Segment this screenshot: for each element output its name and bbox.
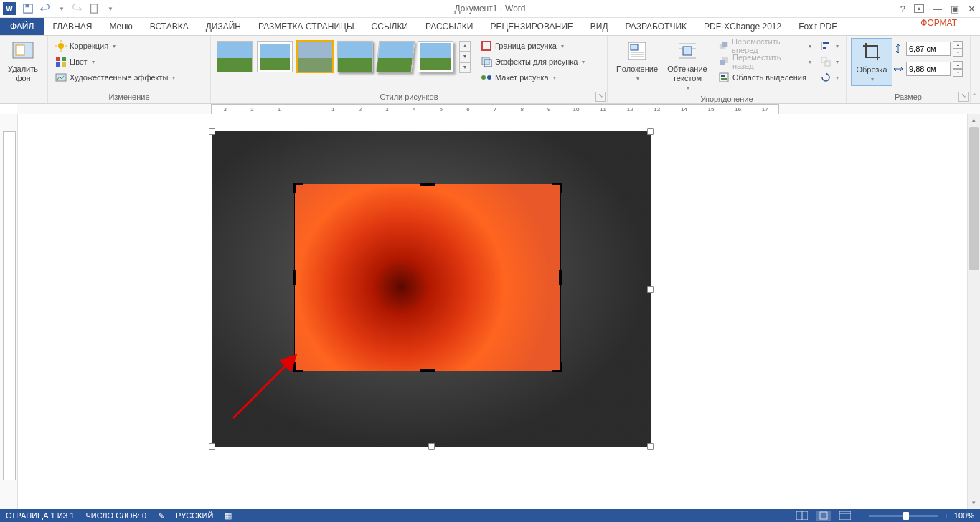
crop-button[interactable]: Обрезка▾ xyxy=(851,38,892,86)
selection-pane-button[interactable]: Область выделения xyxy=(715,70,814,85)
svg-rect-18 xyxy=(482,42,491,50)
crop-selection[interactable] xyxy=(295,184,560,371)
resize-handle[interactable] xyxy=(647,286,654,293)
scroll-down-icon[interactable]: ▾ xyxy=(968,497,980,509)
gallery-scroll-down-icon[interactable]: ▾ xyxy=(459,52,471,62)
status-macro-icon[interactable]: ▦ xyxy=(225,511,232,521)
position-button[interactable]: Положение▾ xyxy=(612,38,662,85)
view-read-mode-icon[interactable] xyxy=(794,511,810,521)
view-print-layout-icon[interactable] xyxy=(816,511,831,521)
height-up-icon[interactable]: ▴ xyxy=(953,41,963,49)
document-area[interactable] xyxy=(18,114,980,509)
corrections-button[interactable]: Коррекция▾ xyxy=(52,38,118,54)
picture-style-5[interactable] xyxy=(376,41,415,72)
tab-layout[interactable]: РАЗМЕТКА СТРАНИЦЫ xyxy=(250,18,363,35)
width-up-icon[interactable]: ▴ xyxy=(953,61,963,69)
maximize-icon[interactable]: ▣ xyxy=(951,4,959,14)
picture-border-button[interactable]: Граница рисунка▾ xyxy=(478,38,588,54)
crop-handle-r[interactable] xyxy=(559,270,562,285)
close-icon[interactable]: ✕ xyxy=(968,4,976,14)
remove-background-button[interactable]: Удалить фон xyxy=(4,38,42,85)
svg-point-21 xyxy=(481,75,486,80)
undo-dropdown-icon[interactable]: ▼ xyxy=(59,6,65,12)
tab-foxit[interactable]: Foxit PDF xyxy=(790,18,845,35)
picture-style-4[interactable] xyxy=(337,41,373,72)
picture-layout-button[interactable]: Макет рисунка▾ xyxy=(478,70,588,85)
new-doc-icon[interactable] xyxy=(89,4,99,14)
resize-handle[interactable] xyxy=(428,443,435,450)
artistic-effects-button[interactable]: Художественные эффекты▾ xyxy=(52,70,178,85)
tab-insert[interactable]: ВСТАВКА xyxy=(141,18,197,35)
height-input[interactable] xyxy=(906,42,951,56)
rotate-icon xyxy=(820,72,831,83)
zoom-out-icon[interactable]: − xyxy=(859,511,863,520)
workspace: ▴ ▾ xyxy=(0,114,980,509)
resize-handle[interactable] xyxy=(647,443,654,450)
wrap-text-button[interactable]: Обтекание текстом▾ xyxy=(662,38,712,94)
vertical-scrollbar[interactable]: ▴ ▾ xyxy=(967,114,980,509)
redo-icon[interactable] xyxy=(72,4,82,14)
scrollbar-thumb[interactable] xyxy=(969,127,979,270)
undo-icon[interactable] xyxy=(40,4,50,14)
picture-style-6[interactable] xyxy=(418,41,453,72)
tab-view[interactable]: ВИД xyxy=(582,18,617,35)
resize-handle[interactable] xyxy=(209,443,215,450)
bring-forward-button: Переместить вперед▾ xyxy=(715,38,814,54)
status-page[interactable]: СТРАНИЦА 1 ИЗ 1 xyxy=(6,511,75,520)
height-down-icon[interactable]: ▾ xyxy=(953,49,963,57)
color-button[interactable]: Цвет▾ xyxy=(52,54,98,70)
help-icon[interactable]: ? xyxy=(900,4,905,14)
picture-effects-button[interactable]: Эффекты для рисунка▾ xyxy=(478,54,588,70)
resize-handle[interactable] xyxy=(209,128,215,135)
picture-full[interactable] xyxy=(212,131,651,447)
crop-handle-t[interactable] xyxy=(420,183,435,186)
tab-format[interactable]: ФОРМАТ xyxy=(912,18,966,28)
zoom-level[interactable]: 100% xyxy=(954,511,974,520)
minimize-icon[interactable]: — xyxy=(933,4,942,14)
resize-handle[interactable] xyxy=(647,128,654,135)
view-web-layout-icon[interactable] xyxy=(837,511,853,521)
width-input[interactable] xyxy=(906,62,951,76)
word-app-icon: W xyxy=(3,2,16,15)
tab-mailings[interactable]: РАССЫЛКИ xyxy=(417,18,481,35)
picture-style-2[interactable] xyxy=(257,41,293,72)
status-proofing-icon[interactable]: ✎ xyxy=(158,511,164,521)
tab-developer[interactable]: РАЗРАБОТЧИК xyxy=(617,18,696,35)
align-button[interactable]: ▾ xyxy=(817,38,842,54)
crop-handle-l[interactable] xyxy=(293,270,296,285)
tab-references[interactable]: ССЫЛКИ xyxy=(363,18,417,35)
tab-pdfxchange[interactable]: PDF-XChange 2012 xyxy=(695,18,790,35)
brightness-icon xyxy=(55,40,67,52)
tab-file[interactable]: ФАЙЛ xyxy=(0,18,44,35)
zoom-slider-thumb[interactable] xyxy=(903,512,909,520)
scroll-up-icon[interactable]: ▴ xyxy=(968,114,980,126)
styles-dialog-launcher[interactable]: ⤡ xyxy=(595,92,606,102)
tab-home[interactable]: ГЛАВНАЯ xyxy=(44,18,100,35)
rotate-button[interactable]: ▾ xyxy=(817,70,842,85)
qat-customize-icon[interactable]: ▼ xyxy=(108,6,113,12)
tab-menu[interactable]: Меню xyxy=(100,18,141,35)
ribbon-options-icon[interactable]: ▴ xyxy=(914,4,924,13)
svg-rect-37 xyxy=(720,73,728,82)
svg-rect-4 xyxy=(16,45,24,55)
vertical-ruler[interactable] xyxy=(0,114,18,509)
tab-design[interactable]: ДИЗАЙН xyxy=(197,18,250,35)
picture-style-1[interactable] xyxy=(217,41,253,72)
gallery-scroll-up-icon[interactable]: ▴ xyxy=(459,41,471,52)
picture-style-3[interactable] xyxy=(297,41,333,72)
remove-bg-icon xyxy=(11,39,34,62)
size-dialog-launcher[interactable]: ⤡ xyxy=(958,92,969,102)
save-icon[interactable] xyxy=(23,4,33,14)
tab-review[interactable]: РЕЦЕНЗИРОВАНИЕ xyxy=(481,18,581,35)
width-down-icon[interactable]: ▾ xyxy=(953,69,963,77)
status-word-count[interactable]: ЧИСЛО СЛОВ: 0 xyxy=(86,511,147,520)
svg-rect-2 xyxy=(91,4,98,13)
group-label-size: Размер xyxy=(851,92,966,103)
gallery-more-icon[interactable]: ▾ xyxy=(459,62,471,73)
zoom-slider[interactable] xyxy=(869,515,938,517)
status-language[interactable]: РУССКИЙ xyxy=(176,511,213,520)
crop-handle-b[interactable] xyxy=(420,369,435,372)
backward-icon xyxy=(718,56,730,67)
zoom-in-icon[interactable]: + xyxy=(943,511,948,520)
collapse-ribbon-icon[interactable]: ˆ xyxy=(973,92,976,101)
